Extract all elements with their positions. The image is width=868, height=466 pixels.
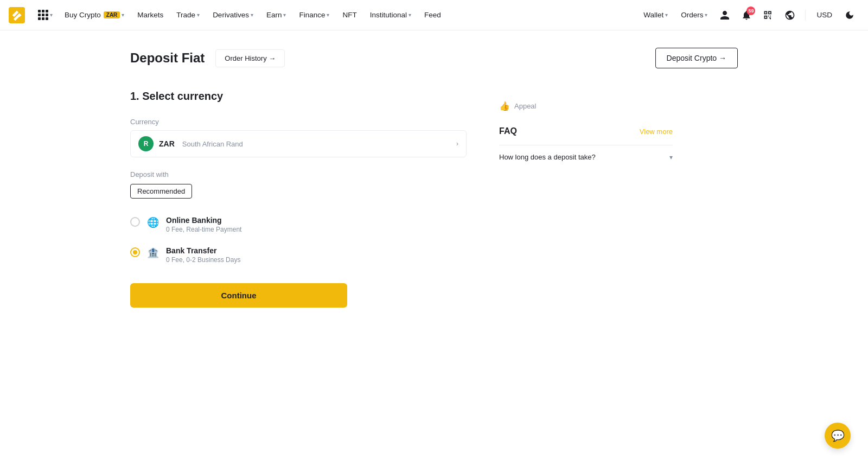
- currency-selector[interactable]: USD: [811, 0, 838, 30]
- content-sidebar: 👍 Appeal FAQ View more How long does a d…: [499, 90, 673, 308]
- nav-feed[interactable]: Feed: [419, 0, 446, 30]
- nav-left: ▾ Buy Crypto ZAR ▾ Markets Trade ▾ Deriv…: [34, 0, 638, 30]
- faq-chevron-icon: ▾: [669, 154, 673, 161]
- globe-icon-button[interactable]: [780, 5, 800, 25]
- payment-option-bank-transfer[interactable]: 🏦 Bank Transfer 0 Fee, 0-2 Business Days: [130, 240, 467, 270]
- notification-badge: 59: [746, 7, 755, 15]
- nav-divider: [805, 10, 806, 21]
- qr-icon-button[interactable]: [758, 5, 778, 25]
- nav-buy-crypto[interactable]: Buy Crypto ZAR ▾: [59, 0, 130, 30]
- currency-code: ZAR: [159, 139, 175, 148]
- notifications-button[interactable]: 59: [737, 5, 756, 25]
- buy-crypto-chevron: ▾: [122, 12, 124, 18]
- wallet-chevron: ▾: [665, 12, 668, 18]
- step-title: 1. Select currency: [130, 90, 467, 103]
- faq-row: FAQ View more: [499, 126, 673, 136]
- finance-chevron: ▾: [327, 12, 329, 18]
- view-more-link[interactable]: View more: [640, 127, 673, 136]
- derivatives-chevron: ▾: [251, 12, 253, 18]
- continue-button[interactable]: Continue: [130, 283, 347, 308]
- currency-circle: R: [138, 136, 154, 151]
- recommended-tag[interactable]: Recommended: [130, 184, 192, 199]
- nav-derivatives[interactable]: Derivatives ▾: [207, 0, 259, 30]
- appeal-row[interactable]: 👍 Appeal: [499, 101, 673, 111]
- appeal-icon: 👍: [499, 101, 510, 111]
- online-banking-desc: 0 Fee, Real-time Payment: [166, 226, 241, 233]
- bank-transfer-desc: 0 Fee, 0-2 Business Days: [166, 256, 240, 264]
- nav-institutional[interactable]: Institutional ▾: [365, 0, 417, 30]
- main-container: Deposit Fiat Order History → Deposit Cry…: [108, 30, 760, 325]
- order-history-button[interactable]: Order History →: [215, 49, 285, 67]
- nav-finance[interactable]: Finance ▾: [293, 0, 335, 30]
- online-banking-name: Online Banking: [166, 216, 241, 225]
- content-layout: 1. Select currency Currency R ZAR South …: [130, 90, 738, 308]
- earn-chevron: ▾: [283, 12, 286, 18]
- nav-markets[interactable]: Markets: [132, 0, 169, 30]
- page-header-left: Deposit Fiat Order History →: [130, 49, 285, 67]
- nav-orders[interactable]: Orders ▾: [675, 0, 713, 30]
- apps-grid-button[interactable]: ▾: [34, 5, 57, 25]
- deposit-crypto-button[interactable]: Deposit Crypto →: [655, 48, 738, 68]
- deposit-with-label: Deposit with: [130, 170, 467, 178]
- currency-chevron-icon: ›: [456, 140, 458, 148]
- radio-online-banking[interactable]: [130, 217, 140, 227]
- radio-bank-transfer[interactable]: [130, 247, 140, 257]
- trade-chevron: ▾: [197, 12, 200, 18]
- bank-transfer-name: Bank Transfer: [166, 246, 240, 255]
- svg-rect-0: [9, 7, 25, 23]
- institutional-chevron: ▾: [409, 12, 411, 18]
- nav-right: Wallet ▾ Orders ▾ 59: [638, 0, 859, 30]
- profile-icon-button[interactable]: [715, 5, 735, 25]
- theme-toggle-button[interactable]: [840, 5, 859, 25]
- page-header: Deposit Fiat Order History → Deposit Cry…: [130, 48, 738, 68]
- faq-item-deposit-time[interactable]: How long does a deposit take? ▾: [499, 145, 673, 169]
- currency-name: South African Rand: [182, 140, 243, 148]
- nav-nft[interactable]: NFT: [337, 0, 362, 30]
- nav-trade[interactable]: Trade ▾: [171, 0, 205, 30]
- currency-select[interactable]: R ZAR South African Rand ›: [130, 130, 467, 157]
- logo[interactable]: [9, 7, 25, 23]
- page-title: Deposit Fiat: [130, 50, 205, 66]
- faq-title: FAQ: [499, 126, 517, 136]
- nav-wallet[interactable]: Wallet ▾: [638, 0, 673, 30]
- navbar: ▾ Buy Crypto ZAR ▾ Markets Trade ▾ Deriv…: [0, 0, 868, 30]
- bank-transfer-icon: 🏦: [146, 246, 159, 259]
- appeal-label: Appeal: [514, 102, 536, 110]
- online-banking-icon: 🌐: [146, 216, 159, 229]
- content-main: 1. Select currency Currency R ZAR South …: [130, 90, 467, 308]
- orders-chevron: ▾: [705, 12, 707, 18]
- faq-question-deposit-time: How long does a deposit take?: [499, 153, 596, 161]
- payment-option-online-banking[interactable]: 🌐 Online Banking 0 Fee, Real-time Paymen…: [130, 209, 467, 240]
- radio-inner-dot: [133, 250, 137, 254]
- currency-label: Currency: [130, 118, 467, 126]
- nav-earn[interactable]: Earn ▾: [261, 0, 292, 30]
